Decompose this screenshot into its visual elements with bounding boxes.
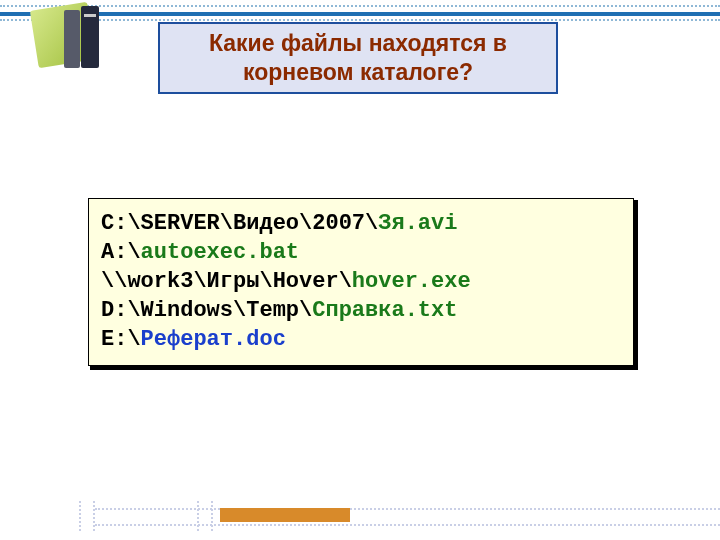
path-prefix: C:\SERVER\Видео\2007\ bbox=[101, 211, 378, 236]
path-prefix: E:\ bbox=[101, 327, 141, 352]
path-prefix: D:\Windows\Temp\ bbox=[101, 298, 312, 323]
filename: autoexec.bat bbox=[141, 240, 299, 265]
path-prefix: \\work3\Игры\Hover\ bbox=[101, 269, 352, 294]
footer-decor-band bbox=[0, 508, 720, 522]
path-prefix: A:\ bbox=[101, 240, 141, 265]
footer-dotline bbox=[95, 508, 720, 526]
footer-accent-bar bbox=[220, 508, 350, 522]
filename: Реферат.doc bbox=[141, 327, 286, 352]
slide: Какие файлы находятся в корневом каталог… bbox=[0, 0, 720, 540]
file-paths-box: C:\SERVER\Видео\2007\Зя.avi A:\autoexec.… bbox=[88, 198, 634, 366]
filename: Справка.txt bbox=[312, 298, 457, 323]
filename: Зя.avi bbox=[378, 211, 457, 236]
question-title: Какие файлы находятся в корневом каталог… bbox=[158, 22, 558, 94]
logo-icon bbox=[34, 0, 126, 80]
filename: hover.exe bbox=[352, 269, 471, 294]
